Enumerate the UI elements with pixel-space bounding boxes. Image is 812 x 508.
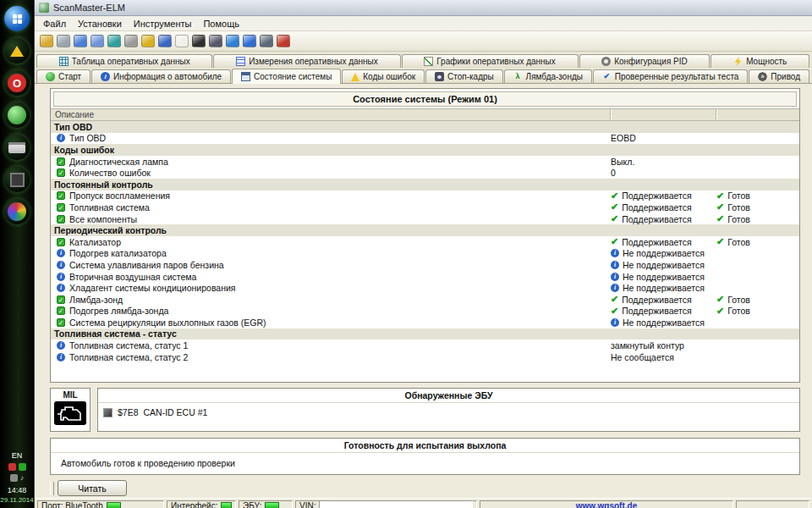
row-label-cell: ✓Диагностическая лампа bbox=[51, 157, 611, 167]
tab-tabs_row2-5[interactable]: λЛямбда-зонды bbox=[504, 69, 592, 83]
info-icon: i bbox=[57, 273, 65, 281]
section-label: Постоянный контроль bbox=[54, 179, 153, 190]
check-icon: ✔ bbox=[716, 237, 724, 246]
interface-label: Интерфейс: bbox=[171, 501, 217, 508]
value-text: Не поддерживается bbox=[623, 318, 705, 328]
clock-time[interactable]: 14:48 bbox=[8, 486, 27, 494]
chart-icon bbox=[424, 57, 433, 66]
row-label: Лямбда-зонд bbox=[69, 295, 123, 305]
readiness-title: Готовность для испытания выхлопа bbox=[51, 439, 799, 453]
value-text: Поддерживается bbox=[622, 306, 691, 316]
info-icon: i bbox=[611, 261, 619, 269]
document-icon[interactable] bbox=[91, 35, 104, 47]
value-text: Готов bbox=[727, 214, 750, 224]
tab-tabs_row1-0[interactable]: Таблица оперативных данных bbox=[36, 54, 212, 68]
currency-icon[interactable] bbox=[141, 35, 155, 47]
check-icon: ✔ bbox=[716, 191, 724, 201]
chat-icon[interactable] bbox=[175, 35, 189, 47]
chip-app-icon[interactable] bbox=[4, 167, 30, 192]
website-link[interactable]: www.wgsoft.de bbox=[576, 501, 637, 508]
menu-item-0[interactable]: Файл bbox=[37, 18, 72, 30]
start-orb-icon[interactable] bbox=[4, 6, 30, 31]
palette-icon[interactable] bbox=[4, 199, 30, 224]
actuator-icon bbox=[758, 72, 767, 81]
check-icon: ✔ bbox=[611, 202, 618, 212]
interface-led-icon bbox=[221, 502, 232, 508]
tray-red-icon[interactable] bbox=[8, 463, 16, 471]
value-text: Не поддерживается bbox=[623, 260, 705, 270]
tab-tabs_row2-1[interactable]: iИнформация о автомобиле bbox=[91, 69, 231, 83]
tab-tabs_row1-4[interactable]: Мощность bbox=[710, 54, 809, 68]
section-label: Тип OBD bbox=[54, 122, 92, 132]
search-icon[interactable] bbox=[57, 35, 70, 47]
connect-icon[interactable] bbox=[40, 35, 53, 47]
row-label-cell: iТип OBD bbox=[51, 133, 611, 143]
value-text: Не поддерживается bbox=[623, 248, 705, 258]
mil-label: MIL bbox=[63, 390, 77, 400]
ecu-entry[interactable]: $7E8 CAN-ID ECU #1 bbox=[98, 403, 799, 422]
tab-tabs_row2-7[interactable]: Привод bbox=[749, 69, 809, 83]
books-icon[interactable] bbox=[158, 35, 172, 47]
clock-date[interactable]: 29.11.2014 bbox=[0, 496, 33, 504]
menu-item-1[interactable]: Установки bbox=[72, 18, 128, 30]
tab-tabs_row1-2[interactable]: Графики оперативных данных bbox=[402, 54, 579, 68]
monitor-icon[interactable] bbox=[260, 35, 273, 47]
menu-item-3[interactable]: Помощь bbox=[197, 18, 245, 30]
title-bar[interactable]: ScanMaster-ELM bbox=[35, 0, 812, 16]
tab-tabs_row2-6[interactable]: ✔Проверенные результаты теста bbox=[593, 69, 748, 83]
row-label-cell: iТопливная система, статус 2 bbox=[51, 352, 611, 362]
battery-icon[interactable] bbox=[192, 35, 206, 47]
tab-tabs_row2-3[interactable]: Коды ошибок bbox=[342, 69, 425, 83]
checkbox-icon: ✓ bbox=[57, 215, 65, 224]
opera-icon[interactable]: O bbox=[4, 70, 30, 96]
row-label-cell: ✓Топливная система bbox=[51, 202, 611, 213]
table-row: ✓Топливная система✔Поддерживается✔Готов bbox=[51, 202, 799, 213]
row-label-cell: iПодогрев катализатора bbox=[51, 248, 611, 258]
exit-icon[interactable] bbox=[277, 35, 290, 47]
row-label-cell: Постоянный контроль bbox=[51, 179, 611, 190]
warning-app-icon[interactable] bbox=[4, 38, 30, 64]
report-icon[interactable] bbox=[74, 35, 87, 47]
value-text: Готов bbox=[727, 306, 750, 316]
tab-tabs_row2-0[interactable]: Старт bbox=[36, 69, 91, 83]
supported-cell: Не сообщается bbox=[611, 352, 716, 362]
value-text: Не поддерживается bbox=[623, 283, 705, 293]
read-button[interactable]: Читать bbox=[58, 480, 127, 496]
screen: O EN ♪ 14:48 29.11.2014 ScanMaster-ELM Ф… bbox=[0, 0, 812, 508]
speaker-icon[interactable]: ♪ bbox=[20, 474, 24, 482]
calculator-icon[interactable] bbox=[124, 35, 138, 47]
info-icon[interactable] bbox=[243, 35, 256, 47]
engine-mil-icon bbox=[54, 401, 86, 425]
tab-tabs_row1-3[interactable]: Конфигурация PID bbox=[579, 54, 710, 68]
value-text: Не поддерживается bbox=[623, 272, 705, 282]
column-description: Описание bbox=[51, 109, 611, 120]
tab-tabs_row1-1[interactable]: Измерения оперативных данных bbox=[213, 54, 400, 68]
row-label: Топливная система, статус 1 bbox=[69, 340, 188, 351]
tray-green-icon[interactable] bbox=[19, 463, 26, 471]
globe-icon[interactable] bbox=[226, 35, 239, 47]
tab-tabs_row2-2[interactable]: Состояние системы bbox=[232, 69, 341, 84]
supported-cell: iНе поддерживается bbox=[611, 272, 716, 282]
tab-tabs_row2-4[interactable]: Стоп-кадры bbox=[425, 69, 503, 83]
vin-field[interactable] bbox=[319, 500, 473, 508]
camera-icon[interactable] bbox=[209, 35, 222, 47]
supported-cell: iНе поддерживается bbox=[611, 318, 716, 328]
row-label-cell: ✓Система рециркуляции выхлопных газов (E… bbox=[51, 318, 611, 328]
tray-gray-icon[interactable] bbox=[10, 474, 18, 482]
detected-ecu-panel: Обнаруженные ЭБУ $7E8 CAN-ID ECU #1 bbox=[97, 388, 800, 432]
language-indicator[interactable]: EN bbox=[12, 451, 23, 460]
info-icon: i bbox=[57, 249, 65, 257]
checkbox-icon: ✓ bbox=[57, 157, 65, 166]
table-icon[interactable] bbox=[107, 35, 121, 47]
printer-icon[interactable] bbox=[4, 135, 30, 160]
system-status-panel: Состояние системы (Режим 01) Описание Ти… bbox=[50, 88, 800, 383]
detected-ecu-title: Обнаруженные ЭБУ bbox=[98, 389, 799, 403]
row-label-cell: Тип OBD bbox=[51, 122, 611, 132]
ready-cell: ✔Готов bbox=[716, 214, 799, 224]
row-label: Хладагент системы кондиционирования bbox=[69, 283, 236, 293]
menu-item-2[interactable]: Инструменты bbox=[128, 18, 198, 30]
row-label-cell: iТопливная система, статус 1 bbox=[51, 340, 611, 351]
value-text: Поддерживается bbox=[622, 202, 691, 213]
tray-icons-2: ♪ bbox=[10, 474, 24, 482]
green-app-icon[interactable] bbox=[4, 102, 30, 128]
